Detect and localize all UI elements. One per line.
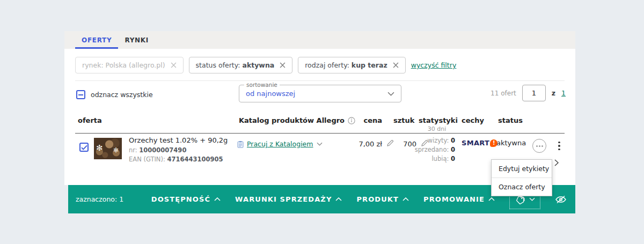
clear-filters-link[interactable]: wyczyść filtry: [411, 61, 457, 69]
status-cell: aktywna: [496, 139, 526, 147]
filter-chip-rodzaj[interactable]: rodzaj oferty:kup teraz: [298, 57, 405, 73]
table-header: oferta Katalog produktów Allegro cena sz…: [64, 110, 575, 134]
kebab-menu-icon[interactable]: [554, 139, 564, 153]
chevron-up-icon: [214, 197, 221, 201]
product-number: nr: 10000007490: [129, 146, 228, 154]
last-page-link[interactable]: 1: [561, 89, 566, 97]
product-thumbnail[interactable]: [94, 138, 122, 159]
deselect-all-control: odznacz wszystkie: [76, 90, 153, 99]
tab-rynki[interactable]: RYNKI: [118, 32, 155, 49]
menu-warunki-sprzedazy[interactable]: WARUNKI SPRZEDAŻY: [235, 195, 342, 203]
filter-chip-status[interactable]: status oferty:aktywna: [189, 57, 293, 73]
hide-offers-icon[interactable]: [555, 195, 567, 204]
offers-page: OFERTY RYNKI rynek: Polska (allegro.pl) …: [0, 0, 644, 244]
sort-value: od najnowszej: [246, 90, 387, 98]
chevron-up-icon: [402, 197, 409, 201]
column-header-status: status: [498, 116, 523, 124]
clipboard-icon: [237, 141, 244, 148]
chevron-down-icon: [529, 197, 535, 201]
stat-sold: sprzedano: 0: [397, 146, 455, 153]
column-header-katalog: Katalog produktów Allegro: [239, 116, 355, 124]
deselect-all-label: odznacz wszystkie: [91, 91, 153, 99]
sort-label: sortowanie: [244, 82, 280, 88]
column-header-oferta: oferta: [78, 116, 102, 124]
chevron-down-icon: [387, 92, 394, 96]
chevron-up-icon: [488, 197, 495, 201]
page-input[interactable]: [522, 85, 546, 101]
product-title[interactable]: Orzechy test 1.02% + 90,2g: [129, 136, 228, 144]
pager-of-label: z: [552, 89, 555, 97]
filter-chip-text: rodzaj oferty:kup teraz: [305, 61, 387, 69]
chevron-down-icon[interactable]: [317, 142, 323, 146]
chevron-up-icon: [335, 197, 342, 201]
menu-item-oznacz-oferty[interactable]: Oznacz oferty: [492, 178, 552, 196]
stat-liked: lubią: 0: [397, 155, 455, 162]
product-info: Orzechy test 1.02% + 90,2g nr: 100000074…: [129, 136, 228, 165]
chevron-right-icon: [554, 159, 559, 166]
filter-chip-text: rynek: Polska (allegro.pl): [82, 61, 165, 69]
price-cell: 7,00 zł: [333, 140, 382, 148]
column-subheader-30dni: 30 dni: [419, 125, 455, 132]
tabs-strip: OFERTY RYNKI: [64, 31, 575, 49]
pager: 11 ofert z 1: [491, 85, 566, 101]
close-icon[interactable]: [280, 62, 286, 68]
controls-row: odznacz wszystkie sortowanie od najnowsz…: [64, 81, 575, 110]
filter-chip-rynek[interactable]: rynek: Polska (allegro.pl): [75, 57, 184, 73]
product-ean: EAN (GTIN): 4716443100905: [129, 156, 228, 163]
row-checkbox[interactable]: [79, 143, 89, 152]
column-header-cechy: cechy: [462, 116, 484, 124]
offers-count: 11 ofert: [491, 90, 516, 97]
indeterminate-icon: [78, 94, 83, 95]
tab-oferty[interactable]: OFERTY: [75, 32, 118, 49]
menu-item-edytuj-etykiety[interactable]: Edytuj etykiety: [492, 160, 552, 178]
close-icon[interactable]: [393, 62, 399, 68]
selected-count: zaznaczono: 1: [76, 195, 123, 203]
catalog-link[interactable]: Pracuj z Katalogiem: [247, 140, 313, 148]
close-icon[interactable]: [171, 62, 177, 68]
menu-produkt[interactable]: PRODUKT: [356, 195, 409, 203]
column-header-statystyki: statystyki: [419, 116, 455, 124]
column-header-cena: cena: [357, 116, 382, 124]
context-menu: Edytuj etykiety Oznacz oferty: [491, 159, 552, 196]
filter-row: rynek: Polska (allegro.pl) status oferty…: [64, 49, 575, 80]
sort-select[interactable]: sortowanie od najnowszej: [239, 85, 401, 102]
menu-promowanie[interactable]: PROMOWANIE: [423, 195, 495, 203]
deselect-all-checkbox[interactable]: [76, 90, 85, 99]
ending-time-icon[interactable]: [532, 139, 546, 153]
menu-dostepnosc[interactable]: DOSTĘPNOŚĆ: [151, 195, 221, 203]
stat-visits: wizyty: 0: [397, 137, 455, 144]
column-header-sztuk: sztuk: [393, 116, 414, 124]
smart-badge: SMART !: [462, 139, 497, 147]
catalog-cell: Pracuj z Katalogiem: [237, 140, 323, 148]
filter-chip-text: status oferty:aktywna: [196, 61, 275, 69]
info-icon[interactable]: [348, 117, 355, 124]
stats-cell: wizyty: 0 sprzedano: 0 lubią: 0: [397, 137, 455, 164]
